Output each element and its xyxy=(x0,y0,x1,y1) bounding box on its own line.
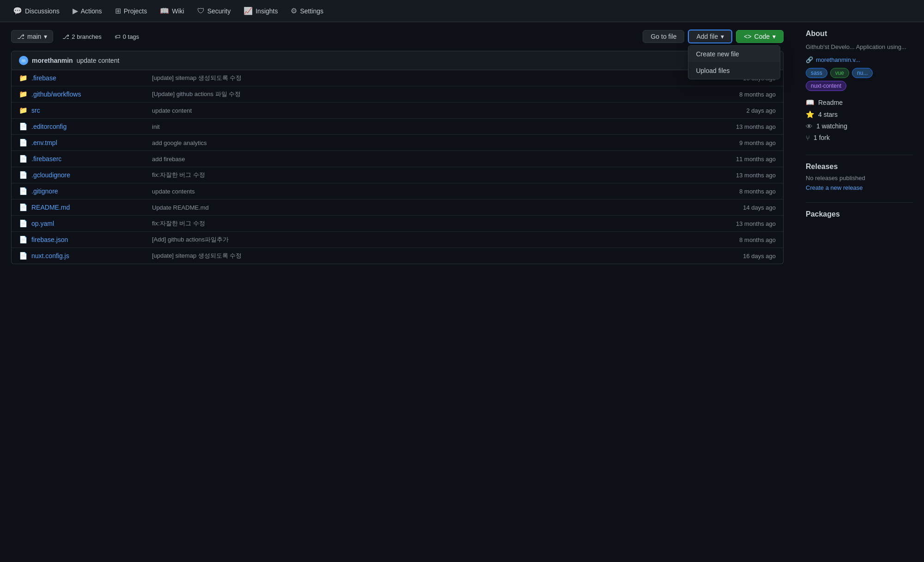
file-time: 13 months ago xyxy=(702,123,776,130)
about-description: Github'st Develo... Application using... xyxy=(806,42,913,52)
star-icon: ⭐ xyxy=(806,110,815,119)
branch-selector[interactable]: ⎇ main ▾ xyxy=(11,30,53,43)
commit-author[interactable]: morethanmin xyxy=(32,57,73,64)
nav-settings-label: Settings xyxy=(300,7,323,15)
nav-discussions[interactable]: 💬 Discussions xyxy=(7,3,65,19)
nav-actions-label: Actions xyxy=(81,7,102,15)
go-to-file-button[interactable]: Go to file xyxy=(643,30,684,43)
eye-icon: 👁 xyxy=(806,122,813,130)
tag-list: sassvuenu...nuxt-content xyxy=(806,68,913,91)
file-commit-message: [update] sitemap 생성되도록 수정 xyxy=(152,252,698,260)
nav-projects-label: Projects xyxy=(124,7,147,15)
fork-icon: ⑂ xyxy=(806,134,810,142)
repo-link[interactable]: 🔗 morethanmin.v... xyxy=(806,56,913,63)
tag[interactable]: nu... xyxy=(852,68,873,78)
file-name[interactable]: 📄 firebase.json xyxy=(19,236,148,244)
table-row: 📄 .editorconfig init 13 months ago xyxy=(12,119,783,135)
readme-stat[interactable]: 📖 Readme xyxy=(806,97,913,109)
file-time: 14 days ago xyxy=(702,204,776,211)
file-name[interactable]: 📄 README.md xyxy=(19,203,148,212)
releases-section: Releases No releases published Create a … xyxy=(806,163,913,191)
readme-label: Readme xyxy=(818,99,843,106)
file-commit-message: fix:자잘한 버그 수정 xyxy=(152,219,698,228)
file-icon: 📄 xyxy=(19,252,28,260)
branches-link[interactable]: ⎇ 2 branches xyxy=(59,31,105,42)
table-row: 📁 .firebase [update] sitemap 생성되도록 수정 16… xyxy=(12,70,783,86)
packages-title: Packages xyxy=(806,210,913,218)
tag-icon: 🏷 xyxy=(115,33,121,40)
create-release-link[interactable]: Create a new release xyxy=(806,184,913,191)
commit-message: update content xyxy=(77,57,120,64)
readme-icon: 📖 xyxy=(806,98,815,107)
file-name[interactable]: 📄 .firebaserc xyxy=(19,155,148,163)
nav-projects[interactable]: ⊞ Projects xyxy=(109,3,153,19)
file-commit-message: add google analytics xyxy=(152,139,698,146)
file-time: 16 days ago xyxy=(702,253,776,260)
table-row: 📄 .firebaserc add firebase 11 months ago xyxy=(12,151,783,167)
file-name[interactable]: 📄 .env.tmpl xyxy=(19,139,148,147)
watching-stat[interactable]: 👁 1 watching xyxy=(806,121,913,132)
code-label: Code xyxy=(754,33,770,40)
table-row: 📄 .gitignore update contents 8 months ag… xyxy=(12,183,783,199)
branch-count-icon: ⎇ xyxy=(62,33,69,40)
file-name[interactable]: 📄 op.yaml xyxy=(19,219,148,228)
watching-count: 1 watching xyxy=(816,122,847,130)
file-icon: 📄 xyxy=(19,203,28,212)
add-file-button[interactable]: Add file ▾ xyxy=(688,30,732,43)
nav-insights[interactable]: 📈 Insights xyxy=(238,3,283,19)
file-icon: 📄 xyxy=(19,139,28,147)
sidebar-divider-2 xyxy=(806,202,913,203)
table-row: 📄 .env.tmpl add google analytics 9 month… xyxy=(12,135,783,151)
file-time: 11 months ago xyxy=(702,156,776,163)
table-row: 📄 nuxt.config.js [update] sitemap 생성되도록 … xyxy=(12,248,783,264)
file-name[interactable]: 📄 .editorconfig xyxy=(19,122,148,131)
branch-bar: ⎇ main ▾ ⎇ 2 branches 🏷 0 tags Go to fil… xyxy=(11,30,784,43)
security-icon: 🛡 xyxy=(197,7,205,15)
nav-discussions-label: Discussions xyxy=(25,7,60,15)
file-icon: 📄 xyxy=(19,187,28,195)
table-row: 📄 firebase.json [Add] github actions파일추가… xyxy=(12,232,783,248)
stars-stat[interactable]: ⭐ 4 stars xyxy=(806,109,913,121)
file-name[interactable]: 📄 .gitignore xyxy=(19,187,148,195)
file-name[interactable]: 📁 .firebase xyxy=(19,74,148,82)
file-commit-message: init xyxy=(152,123,698,130)
file-name[interactable]: 📁 .github/workflows xyxy=(19,90,148,98)
file-name[interactable]: 📄 .gcloudignore xyxy=(19,171,148,179)
settings-icon: ⚙ xyxy=(291,6,297,15)
nav-security[interactable]: 🛡 Security xyxy=(192,3,237,19)
wiki-icon: 📖 xyxy=(160,6,169,15)
tag[interactable]: vue xyxy=(830,68,849,78)
forks-stat[interactable]: ⑂ 1 fork xyxy=(806,132,913,144)
sidebar-divider xyxy=(806,155,913,155)
nav-settings[interactable]: ⚙ Settings xyxy=(285,3,329,19)
file-icon: 📄 xyxy=(19,155,28,163)
table-row: 📁 src update content 2 days ago xyxy=(12,103,783,119)
tag[interactable]: nuxt-content xyxy=(806,81,846,91)
tags-link[interactable]: 🏷 0 tags xyxy=(111,31,143,42)
add-file-dropdown-container: Add file ▾ Create new file Upload files xyxy=(688,30,732,43)
branch-name: main xyxy=(27,33,41,40)
top-nav: 💬 Discussions ▶ Actions ⊞ Projects 📖 Wik… xyxy=(0,0,924,22)
file-name[interactable]: 📄 nuxt.config.js xyxy=(19,252,148,260)
chevron-down-icon: ▾ xyxy=(44,33,47,40)
branch-right: Go to file Add file ▾ Create new file Up… xyxy=(643,30,784,43)
repo-content: ⎇ main ▾ ⎇ 2 branches 🏷 0 tags Go to fil… xyxy=(0,22,795,272)
actions-icon: ▶ xyxy=(73,6,78,15)
forks-count: 1 fork xyxy=(814,134,830,141)
code-button[interactable]: <> Code ▾ xyxy=(736,30,784,43)
table-row: 📄 README.md Update README.md 14 days ago xyxy=(12,199,783,216)
file-time: 2 days ago xyxy=(702,107,776,114)
nav-actions[interactable]: ▶ Actions xyxy=(67,3,108,19)
file-commit-message: [Add] github actions파일추가 xyxy=(152,236,698,244)
file-icon: 📄 xyxy=(19,122,28,131)
upload-files-option[interactable]: Upload files xyxy=(688,62,780,79)
file-name[interactable]: 📁 src xyxy=(19,106,148,115)
file-commit-message: Update README.md xyxy=(152,204,698,211)
file-commit-message: add firebase xyxy=(152,156,698,163)
nav-security-label: Security xyxy=(207,7,231,15)
nav-wiki[interactable]: 📖 Wiki xyxy=(154,3,189,19)
tag[interactable]: sass xyxy=(806,68,827,78)
add-file-label: Add file xyxy=(696,33,718,40)
code-icon: <> xyxy=(744,33,751,40)
create-new-file-option[interactable]: Create new file xyxy=(688,46,780,62)
